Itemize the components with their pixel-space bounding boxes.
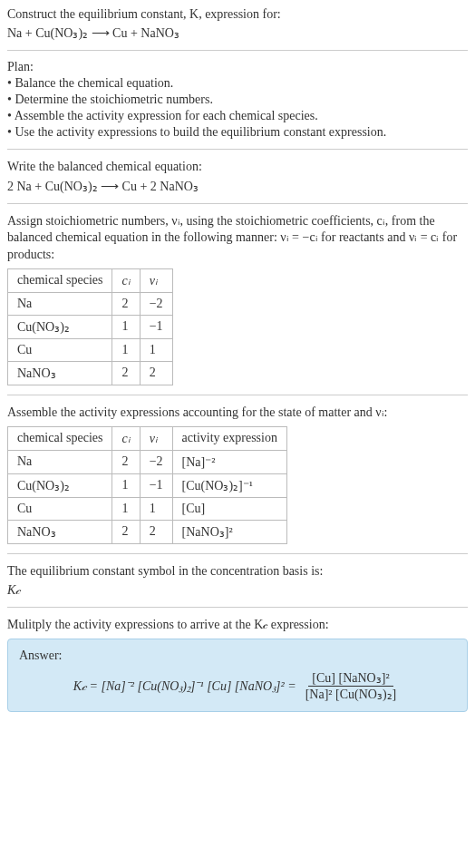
assign-section: Assign stoichiometric numbers, νᵢ, using… — [7, 213, 468, 385]
plan-heading: Plan: — [7, 60, 468, 74]
answer-label: Answer: — [19, 649, 456, 663]
cell-ci: 1 — [112, 315, 140, 338]
stoich-table: chemical species cᵢ νᵢ Na 2 −2 Cu(NO₃)₂ … — [7, 268, 173, 385]
table-row: Cu 1 1 — [8, 338, 173, 361]
activity-section: Assemble the activity expressions accoun… — [7, 405, 468, 544]
cell-expr: [Na]⁻² — [172, 450, 286, 473]
plan-item-1: • Balance the chemical equation. — [7, 76, 468, 91]
table-header-row: chemical species cᵢ νᵢ activity expressi… — [8, 426, 287, 450]
plan-item-4: • Use the activity expressions to build … — [7, 125, 468, 140]
prompt-section: Construct the equilibrium constant, K, e… — [7, 7, 468, 41]
cell-ci: 2 — [112, 450, 140, 473]
table-row: Cu(NO₃)₂ 1 −1 — [8, 315, 173, 338]
kc-denominator: [Na]² [Cu(NO₃)₂] — [302, 687, 401, 702]
multiply-text: Mulitply the activity expressions to arr… — [7, 617, 468, 633]
divider — [7, 149, 468, 150]
cell-species: NaNO₃ — [8, 361, 112, 385]
prompt-line1: Construct the equilibrium constant, K, e… — [7, 7, 281, 21]
kc-symbol: K𝒸 — [7, 583, 468, 598]
col-vi: νᵢ — [140, 426, 172, 450]
plan-section: Plan: • Balance the chemical equation. •… — [7, 60, 468, 140]
cell-vi: −2 — [140, 292, 172, 315]
divider — [7, 607, 468, 608]
cell-expr: [Cu(NO₃)₂]⁻¹ — [172, 473, 286, 497]
cell-vi: 2 — [140, 361, 172, 385]
cell-ci: 2 — [112, 292, 140, 315]
cell-species: Cu — [8, 338, 112, 361]
prompt-equation: Na + Cu(NO₃)₂ ⟶ Cu + NaNO₃ — [7, 25, 468, 41]
cell-vi: −2 — [140, 450, 172, 473]
col-species: chemical species — [8, 426, 112, 450]
cell-species: NaNO₃ — [8, 520, 112, 543]
kc-lhs: K𝒸 = [Na]⁻² [Cu(NO₃)₂]⁻¹ [Cu] [NaNO₃]² = — [73, 679, 296, 694]
kc-expression: K𝒸 = [Na]⁻² [Cu(NO₃)₂]⁻¹ [Cu] [NaNO₃]² =… — [19, 670, 456, 702]
prompt-text: Construct the equilibrium constant, K, e… — [7, 7, 468, 22]
cell-vi: −1 — [140, 473, 172, 497]
kc-fraction: [Cu] [NaNO₃]² [Na]² [Cu(NO₃)₂] — [302, 670, 401, 702]
answer-box: Answer: K𝒸 = [Na]⁻² [Cu(NO₃)₂]⁻¹ [Cu] [N… — [7, 639, 468, 712]
cell-ci: 2 — [112, 520, 140, 543]
symbol-text: The equilibrium constant symbol in the c… — [7, 563, 468, 580]
cell-species: Cu(NO₃)₂ — [8, 473, 112, 497]
col-ci: cᵢ — [112, 268, 140, 292]
cell-species: Na — [8, 292, 112, 315]
cell-species: Cu — [8, 497, 112, 520]
multiply-section: Mulitply the activity expressions to arr… — [7, 617, 468, 712]
cell-ci: 1 — [112, 338, 140, 361]
table-row: Na 2 −2 [Na]⁻² — [8, 450, 287, 473]
col-vi: νᵢ — [140, 268, 172, 292]
cell-vi: 1 — [140, 338, 172, 361]
cell-vi: 1 — [140, 497, 172, 520]
table-row: NaNO₃ 2 2 [NaNO₃]² — [8, 520, 287, 543]
divider — [7, 50, 468, 51]
symbol-section: The equilibrium constant symbol in the c… — [7, 563, 468, 598]
cell-expr: [NaNO₃]² — [172, 520, 286, 543]
cell-species: Na — [8, 450, 112, 473]
divider — [7, 395, 468, 395]
plan-item-3: • Assemble the activity expression for e… — [7, 109, 468, 123]
cell-expr: [Cu] — [172, 497, 286, 520]
col-expr: activity expression — [172, 426, 286, 450]
divider — [7, 553, 468, 554]
col-ci: cᵢ — [112, 426, 140, 450]
balanced-equation: 2 Na + Cu(NO₃)₂ ⟶ Cu + 2 NaNO₃ — [7, 179, 468, 194]
col-species: chemical species — [8, 268, 112, 292]
table-row: Na 2 −2 — [8, 292, 173, 315]
cell-species: Cu(NO₃)₂ — [8, 315, 112, 338]
assign-text: Assign stoichiometric numbers, νᵢ, using… — [7, 213, 468, 263]
cell-vi: −1 — [140, 315, 172, 338]
balanced-section: Write the balanced chemical equation: 2 … — [7, 159, 468, 194]
table-row: Cu(NO₃)₂ 1 −1 [Cu(NO₃)₂]⁻¹ — [8, 473, 287, 497]
cell-ci: 1 — [112, 497, 140, 520]
kc-numerator: [Cu] [NaNO₃]² — [308, 670, 393, 687]
table-header-row: chemical species cᵢ νᵢ — [8, 268, 173, 292]
table-row: Cu 1 1 [Cu] — [8, 497, 287, 520]
cell-ci: 1 — [112, 473, 140, 497]
cell-vi: 2 — [140, 520, 172, 543]
balanced-heading: Write the balanced chemical equation: — [7, 159, 468, 175]
table-row: NaNO₃ 2 2 — [8, 361, 173, 385]
cell-ci: 2 — [112, 361, 140, 385]
divider — [7, 203, 468, 204]
plan-item-2: • Determine the stoichiometric numbers. — [7, 93, 468, 107]
activity-text: Assemble the activity expressions accoun… — [7, 405, 468, 421]
activity-table: chemical species cᵢ νᵢ activity expressi… — [7, 426, 287, 544]
